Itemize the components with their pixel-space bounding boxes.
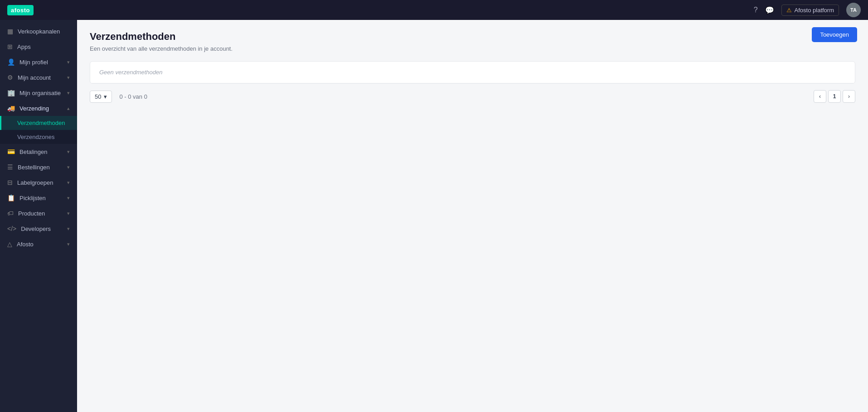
payment-icon: 💳 — [7, 148, 15, 155]
label-icon: ⊟ — [7, 179, 13, 186]
sidebar-item-mijn-profiel[interactable]: 👤 Mijn profiel ▾ — [0, 54, 77, 70]
logo: afosto — [7, 5, 34, 15]
empty-state-label: Geen verzendmethoden — [90, 62, 855, 83]
apps-icon: ⊞ — [7, 43, 13, 50]
page-title: Verzendmethoden — [90, 31, 855, 43]
pagination-info: 0 - 0 van 0 — [119, 93, 147, 100]
sidebar-item-bestellingen[interactable]: ☰ Bestellingen ▾ — [0, 159, 77, 175]
product-icon: 🏷 — [7, 210, 14, 217]
sidebar-item-label: Labelgroepen — [17, 179, 53, 186]
sidebar-item-apps[interactable]: ⊞ Apps — [0, 39, 77, 54]
chevron-icon: ▾ — [67, 149, 70, 155]
page-subtitle: Een overzicht van alle verzendmethoden i… — [90, 45, 855, 52]
chevron-icon: ▾ — [67, 195, 70, 201]
next-page-button[interactable]: › — [843, 90, 855, 103]
sidebar-item-label: Mijn account — [18, 74, 51, 81]
org-icon: 🏢 — [7, 89, 15, 96]
sidebar-item-betalingen[interactable]: 💳 Betalingen ▾ — [0, 144, 77, 159]
warning-icon: ⚠ — [786, 7, 792, 14]
sidebar-item-label: Bestellingen — [18, 164, 50, 171]
sidebar-item-label: Mijn organisatie — [19, 90, 61, 96]
chevron-icon: ▾ — [67, 90, 70, 96]
avatar[interactable]: TA — [846, 3, 861, 17]
chevron-icon: ▾ — [67, 211, 70, 216]
pick-icon: 📋 — [7, 194, 15, 201]
platform-selector[interactable]: ⚠ Afosto platform — [781, 5, 839, 16]
gear-icon: ⚙ — [7, 74, 13, 81]
topnav-actions: ? 💬 ⚠ Afosto platform TA — [754, 3, 861, 17]
sidebar-item-picklijsten[interactable]: 📋 Picklijsten ▾ — [0, 190, 77, 206]
sidebar-item-label: Picklijsten — [19, 195, 46, 201]
verzendmethoden-table: Geen verzendmethoden — [90, 61, 855, 84]
chevron-icon: ▾ — [67, 180, 70, 186]
sidebar-item-label: Apps — [17, 43, 31, 50]
prev-page-button[interactable]: ‹ — [814, 90, 826, 103]
chat-icon[interactable]: 💬 — [765, 6, 774, 14]
chevron-up-icon: ▴ — [67, 105, 70, 111]
per-page-selector[interactable]: 50 ▾ — [90, 91, 112, 103]
sidebar-item-label: Producten — [18, 210, 45, 217]
verzending-submenu: Verzendmethoden Verzendzones — [0, 116, 77, 144]
sidebar-item-verzendmethoden[interactable]: Verzendmethoden — [0, 116, 77, 130]
help-icon[interactable]: ? — [754, 6, 758, 14]
chevron-icon: ▾ — [67, 75, 70, 81]
sidebar-item-label: Verkoopkanalen — [18, 28, 60, 35]
chevron-icon: ▾ — [67, 59, 70, 65]
sidebar-item-afosto[interactable]: △ Afosto ▾ — [0, 236, 77, 252]
sidebar-item-verzendzones[interactable]: Verzendzones — [0, 130, 77, 144]
truck-icon: 🚚 — [7, 105, 15, 112]
chevron-icon: ▾ — [67, 164, 70, 170]
chevron-icon: ▾ — [67, 226, 70, 232]
sidebar-item-label: Mijn profiel — [19, 59, 48, 66]
sidebar-item-verzending[interactable]: 🚚 Verzending ▴ — [0, 101, 77, 116]
pagination-bar: 50 ▾ 0 - 0 van 0 ‹ 1 › — [90, 84, 855, 103]
current-page-button[interactable]: 1 — [828, 90, 841, 103]
per-page-value: 50 — [95, 93, 101, 100]
afosto-icon: △ — [7, 240, 12, 248]
sidebar-item-label: Developers — [21, 225, 51, 232]
code-icon: </> — [7, 225, 16, 232]
toevoegen-button[interactable]: Toevoegen — [812, 27, 857, 42]
sidebar-item-label: Verzending — [19, 105, 49, 112]
main-content: Verzendmethoden Een overzicht van alle v… — [77, 20, 868, 412]
grid-icon: ▦ — [7, 28, 13, 35]
sidebar-item-developers[interactable]: </> Developers ▾ — [0, 221, 77, 236]
orders-icon: ☰ — [7, 163, 13, 171]
logo-area: afosto — [7, 5, 34, 15]
per-page-chevron: ▾ — [104, 93, 107, 100]
sidebar-item-producten[interactable]: 🏷 Producten ▾ — [0, 206, 77, 221]
main-layout: ▦ Verkoopkanalen ⊞ Apps 👤 Mijn profiel ▾… — [0, 20, 868, 412]
platform-label: Afosto platform — [795, 7, 834, 14]
sidebar: ▦ Verkoopkanalen ⊞ Apps 👤 Mijn profiel ▾… — [0, 20, 77, 412]
chevron-icon: ▾ — [67, 241, 70, 247]
sidebar-item-label: Afosto — [17, 241, 34, 248]
sidebar-item-mijn-organisatie[interactable]: 🏢 Mijn organisatie ▾ — [0, 85, 77, 101]
sidebar-item-mijn-account[interactable]: ⚙ Mijn account ▾ — [0, 70, 77, 85]
user-icon: 👤 — [7, 58, 15, 66]
sidebar-item-label: Betalingen — [19, 149, 47, 155]
sidebar-item-labelgroepen[interactable]: ⊟ Labelgroepen ▾ — [0, 175, 77, 190]
top-nav: afosto ? 💬 ⚠ Afosto platform TA — [0, 0, 868, 20]
pagination-controls: ‹ 1 › — [814, 90, 855, 103]
sidebar-item-verkoopkanalen[interactable]: ▦ Verkoopkanalen — [0, 24, 77, 39]
